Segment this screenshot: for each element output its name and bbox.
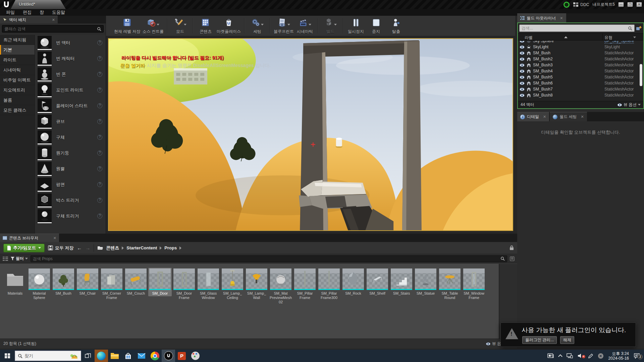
add-actor-icon[interactable] [636, 25, 642, 31]
lock-icon[interactable] [509, 245, 514, 250]
visibility-eye-icon[interactable] [519, 57, 525, 61]
outliner-row[interactable]: SM_Bush2 StaticMeshActor [518, 56, 643, 62]
category-item[interactable]: 최근 배치됨 [0, 35, 35, 45]
asset-item[interactable]: SM_Window Frame [462, 268, 486, 301]
close-icon[interactable]: ✕ [52, 18, 55, 22]
dismiss-button[interactable]: 해제 [560, 336, 574, 344]
place-actor-item[interactable]: 큐브 ? [35, 114, 106, 129]
outliner-row[interactable]: Sky Sphere BP_Sky_Sphere [518, 41, 643, 44]
taskbar-unreal[interactable] [162, 350, 175, 362]
asset-item[interactable]: Materials [3, 268, 27, 296]
asset-item[interactable]: SM_Stairs [390, 268, 413, 296]
outliner-row[interactable]: SM_Bush5 StaticMeshActor [518, 74, 643, 80]
category-item[interactable]: 볼륨 [0, 95, 35, 105]
place-actor-item[interactable]: 원기둥 ? [35, 145, 106, 161]
toolbar-modes-button[interactable]: 모드 [171, 17, 189, 35]
maximize-button[interactable]: ❐ [627, 2, 633, 7]
close-icon[interactable]: ✕ [53, 236, 56, 240]
visibility-eye-icon[interactable] [519, 69, 525, 73]
taskbar-mail[interactable] [135, 350, 148, 362]
visibility-eye-icon[interactable] [519, 94, 525, 97]
help-icon[interactable]: ? [97, 119, 102, 124]
place-actor-item[interactable]: 플레이어 스타트 ? [35, 98, 106, 114]
help-icon[interactable]: ? [97, 150, 102, 156]
taskbar-explorer[interactable] [108, 350, 121, 362]
asset-item[interactable]: SM_Pillar Frame300 [317, 268, 341, 301]
chevron-down-icon[interactable] [287, 24, 290, 25]
outliner-row[interactable]: SM_Bush4 StaticMeshActor [518, 68, 643, 74]
start-button[interactable] [0, 350, 15, 362]
place-actor-item[interactable]: 원뿔 ? [35, 161, 106, 177]
outliner-row[interactable]: SM_Bush7 StaticMeshActor [518, 86, 643, 92]
help-icon[interactable]: ? [97, 87, 102, 93]
visibility-eye-icon[interactable] [519, 51, 525, 55]
place-actor-item[interactable]: 구체 ? [35, 129, 106, 145]
place-actor-item[interactable]: 빈 폰 ? [35, 66, 106, 82]
category-item[interactable]: 시네마틱 [0, 65, 35, 75]
help-icon[interactable]: ? [97, 198, 102, 203]
place-actor-item[interactable]: 빈 캐릭터 ? [35, 51, 106, 66]
type-column-header[interactable]: 유형 [604, 35, 612, 41]
chevron-down-icon[interactable] [334, 24, 337, 25]
back-button[interactable]: ← [77, 245, 82, 251]
outliner-scrollbar[interactable] [640, 64, 642, 86]
outliner-row[interactable]: SM_Bush3 StaticMeshActor [518, 62, 643, 68]
level-viewport[interactable]: 라이팅을 다시 빌드해야 합니다 (빌드 필요: 91개) 문을 열거라 시지를… [108, 38, 513, 231]
widgets-icon[interactable] [545, 353, 556, 359]
place-actor-item[interactable]: 포인트 라이트 ? [35, 82, 106, 98]
filter-button[interactable]: 필터 [11, 256, 28, 261]
saved-search-icon[interactable] [510, 256, 515, 261]
minimize-button[interactable]: — [618, 2, 624, 7]
outliner-row[interactable]: SM_Bush8 StaticMeshActor [518, 92, 643, 98]
outliner-row[interactable]: SM_Bush6 StaticMeshActor [518, 80, 643, 86]
menu-file[interactable]: 파일 [2, 9, 19, 16]
action-center-button[interactable]: 3 [632, 353, 644, 359]
save-all-button[interactable]: 모두 저장 [48, 245, 74, 251]
close-icon[interactable]: ✕ [543, 115, 546, 119]
asset-search[interactable] [31, 255, 507, 262]
visibility-eye-icon[interactable] [519, 45, 525, 49]
visibility-eye-icon[interactable] [519, 63, 525, 67]
asset-search-input[interactable] [33, 256, 500, 261]
outliner-row[interactable]: SM_Bush StaticMeshActor [518, 50, 643, 56]
menu-help[interactable]: 도움말 [48, 9, 69, 16]
menu-edit[interactable]: 편집 [19, 9, 36, 16]
asset-item[interactable]: SM_Door [148, 268, 172, 296]
chevron-down-icon[interactable] [157, 24, 159, 25]
help-icon[interactable]: ? [97, 72, 102, 77]
visibility-eye-icon[interactable] [519, 41, 525, 43]
chevron-down-icon[interactable] [309, 24, 311, 25]
asset-item[interactable]: SM_Statue [414, 268, 437, 296]
place-actor-item[interactable]: 빈 액터 ? [35, 35, 106, 51]
pen-icon[interactable] [586, 353, 596, 359]
help-icon[interactable]: ? [97, 103, 102, 108]
world-outliner-tab[interactable]: 월드 아웃라이너 ✕ [517, 13, 566, 22]
chevron-down-icon[interactable] [261, 24, 264, 25]
sources-panel-icon[interactable] [3, 256, 8, 261]
help-icon[interactable]: ? [97, 56, 102, 61]
chevron-down-icon[interactable] [184, 24, 186, 25]
forward-button[interactable]: → [85, 245, 90, 251]
level-tab[interactable]: Untitled* [11, 0, 66, 9]
help-icon[interactable]: ? [97, 40, 102, 45]
world-settings-tab[interactable]: 월드 세팅 ✕ [550, 112, 587, 121]
asset-item[interactable]: SM_Door Frame [172, 268, 196, 301]
menu-window[interactable]: 창 [36, 9, 48, 16]
asset-item[interactable]: SM_Lamp_ Wall [245, 268, 268, 301]
toolbar-settings-button[interactable]: 세팅 [248, 17, 266, 35]
label-column-header[interactable]: 라벨 [525, 35, 533, 41]
breadcrumb-content[interactable]: 콘텐츠 [106, 245, 119, 251]
class-search[interactable] [2, 25, 104, 33]
visibility-eye-icon[interactable] [519, 87, 525, 91]
toolbar-marketplace-button[interactable]: 마켓플레이스 [217, 17, 241, 35]
content-browser-tab[interactable]: 콘텐츠 브라우저 ✕ [0, 234, 59, 242]
toolbar-save-button[interactable]: 현재 레벨 저장 [114, 17, 141, 35]
type-filter-icon[interactable] [633, 37, 636, 38]
outliner-column-header[interactable]: 라벨 유형 [518, 33, 643, 41]
toolbar-eject-button[interactable]: 탈출 [387, 17, 405, 35]
place-actor-item[interactable]: 박스 트리거 ? [35, 192, 106, 208]
outliner-view-options[interactable]: 뷰 옵션 [617, 102, 641, 108]
breadcrumb-startercontent[interactable]: StarterContent [126, 245, 157, 250]
asset-item[interactable]: SM_Pillar Frame [293, 268, 317, 301]
visibility-eye-icon[interactable] [519, 75, 525, 79]
